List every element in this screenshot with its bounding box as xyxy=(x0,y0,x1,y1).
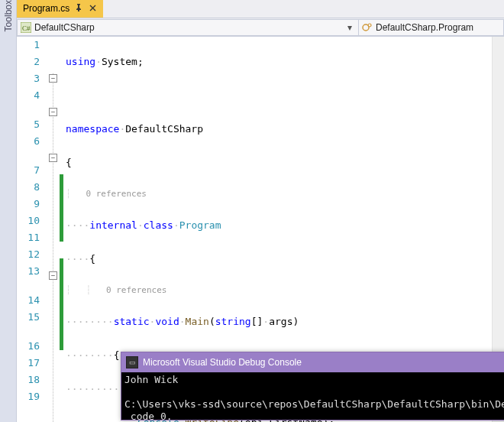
fold-gutter: − − − − xyxy=(47,37,60,422)
fold-toggle[interactable]: − xyxy=(49,154,57,162)
line-number: 12 xyxy=(17,246,40,263)
main-area: Program.cs C# DefaultCSharp ▾ xyxy=(17,0,504,422)
line-number: 6 xyxy=(17,133,40,150)
toolbox-panel[interactable]: Toolbox xyxy=(0,0,17,422)
line-number: 17 xyxy=(17,355,40,372)
codelens-program[interactable]: 0 references xyxy=(86,189,147,199)
line-number: 15 xyxy=(17,309,40,326)
csharp-icon: C# xyxy=(21,22,31,33)
pin-icon[interactable] xyxy=(74,3,83,14)
line-number: 18 xyxy=(17,372,40,388)
debug-console-window[interactable]: ▭ Microsoft Visual Studio Debug Console … xyxy=(121,352,504,420)
line-number: 1 xyxy=(17,37,40,54)
line-number: 9 xyxy=(17,196,40,213)
scope-combo-project[interactable]: C# DefaultCSharp ▾ xyxy=(17,19,359,36)
app-root: Toolbox Program.cs C# DefaultCSharp ▾ xyxy=(0,0,504,422)
line-number: 7 xyxy=(17,162,40,179)
fold-toggle[interactable]: − xyxy=(49,108,57,116)
scope-type-label: DefaultCSharp.Program xyxy=(376,22,500,33)
line-number: 11 xyxy=(17,229,40,246)
line-number: 4 xyxy=(17,87,40,104)
line-number: 5 xyxy=(17,116,40,133)
line-number: 10 xyxy=(17,213,40,229)
tab-title: Program.cs xyxy=(23,3,69,14)
console-title-text: Microsoft Visual Studio Debug Console xyxy=(143,357,302,368)
change-marker-gutter xyxy=(60,37,66,422)
change-marker xyxy=(60,258,63,350)
line-number: 8 xyxy=(17,179,40,196)
tab-bar: Program.cs xyxy=(17,0,504,18)
console-titlebar[interactable]: ▭ Microsoft Visual Studio Debug Console xyxy=(121,352,504,372)
fold-toggle[interactable]: − xyxy=(49,271,57,280)
toolbox-label: Toolbox xyxy=(3,0,14,36)
console-output: John Wick C:\Users\vks-ssd\source\repos\… xyxy=(121,372,504,420)
line-number: 2 xyxy=(17,54,40,70)
line-number: 16 xyxy=(17,338,40,355)
line-number: 19 xyxy=(17,388,40,405)
codelens-main[interactable]: 0 references xyxy=(106,285,166,295)
tab-program-cs[interactable]: Program.cs xyxy=(17,0,103,18)
line-number: 14 xyxy=(17,292,40,309)
scope-project-label: DefaultCSharp xyxy=(34,22,341,33)
line-number: 3 xyxy=(17,70,40,87)
close-icon[interactable] xyxy=(88,3,97,14)
scope-combo-type[interactable]: DefaultCSharp.Program xyxy=(359,19,504,36)
change-marker xyxy=(60,174,63,242)
class-icon xyxy=(362,22,373,33)
fold-toggle[interactable]: − xyxy=(49,74,57,83)
line-number-gutter: 1 2 3 4 5 6 7 8 9 10 11 12 13 14 15 16 xyxy=(17,37,47,422)
nav-bar: C# DefaultCSharp ▾ DefaultCSharp.Program xyxy=(17,18,504,37)
console-icon: ▭ xyxy=(126,356,138,368)
line-number: 13 xyxy=(17,263,40,280)
chevron-down-icon: ▾ xyxy=(344,22,355,33)
svg-text:C#: C# xyxy=(22,24,31,32)
